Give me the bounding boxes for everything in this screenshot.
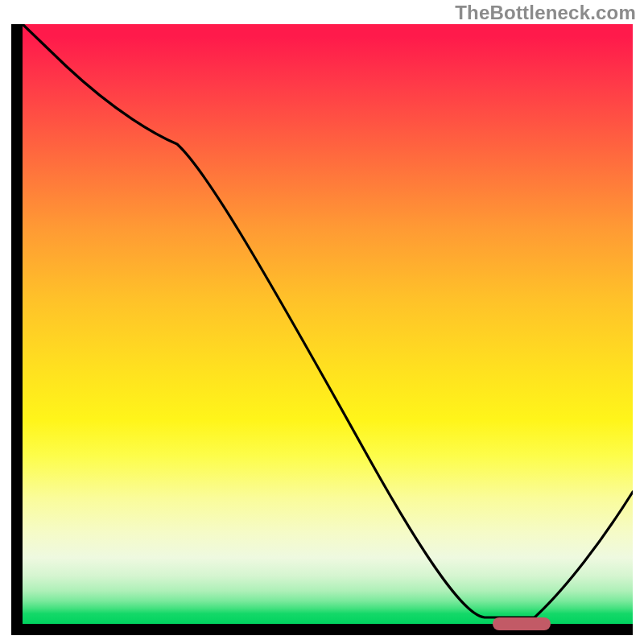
target-marker	[493, 617, 551, 630]
watermark-text: TheBottleneck.com	[455, 2, 636, 24]
curve-layer	[11, 24, 633, 636]
plot-area	[11, 24, 633, 636]
series-curve	[23, 24, 633, 617]
chart-container: TheBottleneck.com	[0, 0, 644, 644]
